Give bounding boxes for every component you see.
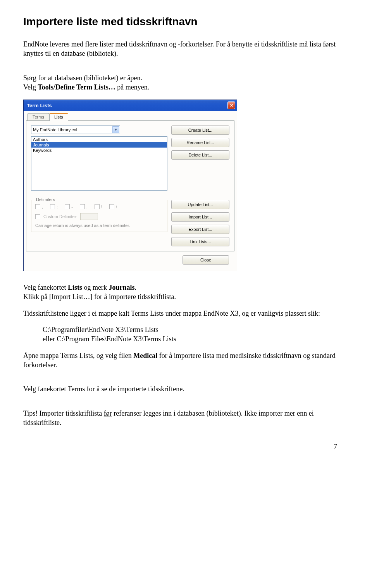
delim-slash[interactable]: / [109, 204, 117, 209]
export-list-button[interactable]: Export List... [171, 225, 229, 234]
text: . [134, 284, 136, 291]
delim-dot[interactable]: . [80, 204, 88, 209]
term-lists-listbox[interactable]: Authors Journals Keywords [31, 136, 167, 191]
custom-delimiter-input[interactable] [80, 213, 98, 220]
delim-comma[interactable]: , [35, 204, 43, 209]
delete-list-button[interactable]: Delete List... [171, 150, 229, 160]
dialog-body: Terms Lists My EndNote Library.enl ▼ Aut… [24, 111, 237, 271]
page-title: Importere liste med tidsskriftnavn [23, 15, 349, 28]
list-item-keywords[interactable]: Keywords [31, 148, 167, 153]
term-lists-dialog: Term Lists ✕ Terms Lists My EndNote Libr… [23, 100, 237, 271]
paragraph-terms-tab: Velg fanekortet Terms for å se de import… [23, 384, 349, 394]
link-lists-button[interactable]: Link Lists... [171, 237, 229, 246]
delimiter-note: Carriage return is always used as a term… [35, 223, 163, 228]
page-number: 7 [23, 443, 349, 451]
checkbox-icon[interactable] [65, 204, 70, 209]
list-name: Journals [108, 284, 134, 291]
library-select-value: My EndNote Library.enl [33, 127, 77, 132]
paragraph-open-folder: Åpne mappa Terms Lists, og velg filen Me… [23, 351, 349, 370]
custom-delimiter-row: Custom Delimiter: [35, 213, 163, 220]
filename-medical: Medical [133, 352, 157, 359]
text: Klikk på [Import List…] for å importere … [23, 293, 176, 301]
text: Sørg for at databasen (biblioteket) er å… [23, 74, 142, 82]
list-item-journals[interactable]: Journals [31, 142, 167, 148]
delimiters-fieldset: Delimiters , ; - . \ / Cus [31, 200, 167, 232]
tab-terms[interactable]: Terms [28, 113, 49, 121]
checkbox-icon[interactable] [35, 204, 40, 209]
checkbox-icon[interactable] [109, 204, 114, 209]
path-1: C:\Programfiler\EndNote X3\Terms Lists [43, 326, 158, 334]
paragraph-select-lists: Velg fanekortet Lists og merk Journals. … [23, 283, 349, 302]
tab-bar: Terms Lists [26, 113, 234, 121]
menu-path: Tools/Define Term Lists… [38, 83, 115, 91]
tab-name: Lists [68, 284, 82, 291]
text: Tips! Importer tidsskriftlista [23, 409, 104, 417]
checkbox-icon[interactable] [95, 204, 100, 209]
tab-lists[interactable]: Lists [49, 113, 68, 121]
dialog-title: Term Lists [27, 103, 227, 108]
rename-list-button[interactable]: Rename List... [171, 138, 229, 147]
close-icon[interactable]: ✕ [227, 101, 235, 109]
custom-delimiter-label: Custom Delimiter: [43, 214, 77, 219]
text: Åpne mappa Terms Lists, og velg filen [23, 352, 133, 359]
paragraph-open-db: Sørg for at databasen (biblioteket) er å… [23, 73, 349, 92]
close-button[interactable]: Close [183, 255, 229, 265]
checkbox-icon[interactable] [35, 214, 40, 219]
delimiter-checks: , ; - . \ / [35, 204, 163, 209]
library-select[interactable]: My EndNote Library.enl ▼ [31, 126, 120, 134]
delim-backslash[interactable]: \ [95, 204, 102, 209]
paragraph-folder: Tidsskriftlistene ligger i ei mappe kalt… [23, 309, 349, 318]
paragraph-tip: Tips! Importer tidsskriftlista før refer… [23, 409, 349, 428]
text: og merk [82, 284, 108, 291]
delimiters-label: Delimiters [34, 197, 57, 202]
list-item-authors[interactable]: Authors [31, 137, 167, 142]
update-list-button[interactable]: Update List... [171, 200, 229, 209]
path-2: eller C:\Program Files\EndNote X3\Terms … [43, 335, 176, 343]
delim-semicolon[interactable]: ; [50, 204, 58, 209]
create-list-button[interactable]: Create List... [171, 126, 229, 135]
text: Velg [23, 83, 38, 91]
tab-panel-lists: My EndNote Library.enl ▼ Authors Journal… [26, 120, 234, 251]
document-page: Importere liste med tidsskriftnavn EndNo… [0, 0, 372, 466]
paragraph-intro: EndNote leveres med flere lister med tid… [23, 40, 349, 58]
paths-block: C:\Programfiler\EndNote X3\Terms Lists e… [43, 325, 349, 344]
dialog-footer: Close [26, 251, 234, 267]
text: på menyen. [115, 83, 149, 91]
dialog-titlebar[interactable]: Term Lists ✕ [24, 100, 237, 111]
chevron-down-icon[interactable]: ▼ [112, 126, 119, 133]
text: Velg fanekortet [23, 284, 68, 291]
import-list-button[interactable]: Import List... [171, 212, 229, 222]
checkbox-icon[interactable] [80, 204, 85, 209]
checkbox-icon[interactable] [50, 204, 55, 209]
emphasis-before: før [104, 409, 112, 417]
delim-dash[interactable]: - [65, 204, 73, 209]
